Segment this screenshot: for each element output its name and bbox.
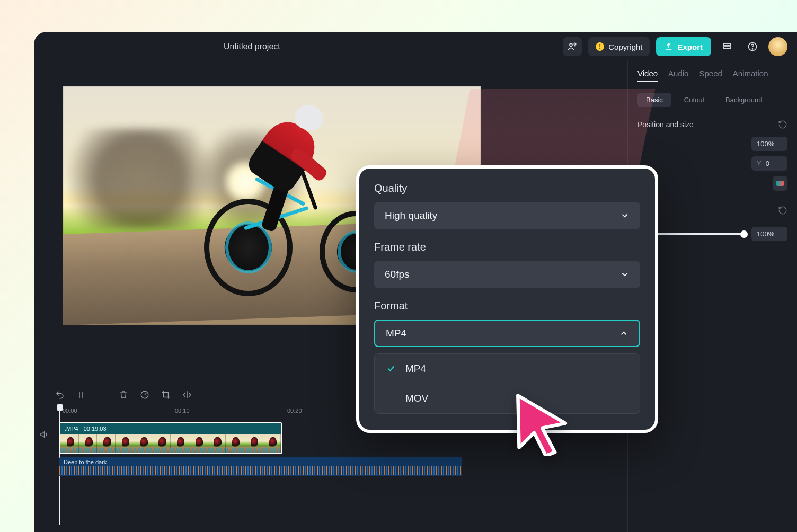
app-window: Untitled project ! Copyright Export xyxy=(34,32,797,532)
share-button[interactable] xyxy=(563,37,582,56)
subtab-background[interactable]: Background xyxy=(717,93,771,107)
panel-tabs: Video Audio Speed Animation xyxy=(628,61,797,87)
upload-icon xyxy=(665,42,673,51)
format-option-mp4[interactable]: MP4 xyxy=(375,354,640,384)
audio-clip[interactable]: Deep to the dark xyxy=(59,457,462,476)
tab-video[interactable]: Video xyxy=(637,69,658,82)
ruler-tick: 00:00 xyxy=(63,407,77,414)
audio-title: Deep to the dark xyxy=(64,459,107,465)
mute-track-icon[interactable] xyxy=(39,430,49,441)
layers-button[interactable] xyxy=(718,37,737,56)
project-title: Untitled project xyxy=(224,42,280,51)
help-button[interactable] xyxy=(743,37,762,56)
copyright-label: Copyright xyxy=(608,42,642,51)
subtab-basic[interactable]: Basic xyxy=(637,93,671,107)
chevron-down-icon xyxy=(620,211,630,220)
position-section-label: Position and size xyxy=(637,120,694,129)
clip-duration: 00:19:03 xyxy=(84,425,107,432)
framerate-label: Frame rate xyxy=(374,241,640,253)
video-clip[interactable]: .MP4 00:19:03 xyxy=(59,422,282,454)
subtab-cutout[interactable]: Cutout xyxy=(676,93,713,107)
format-dropdown: MP4 MOV xyxy=(374,353,640,414)
framerate-select[interactable]: 60fps xyxy=(374,261,640,288)
format-label: Format xyxy=(374,300,640,312)
svg-point-1 xyxy=(574,43,576,45)
tab-speed[interactable]: Speed xyxy=(699,69,722,82)
svg-point-5 xyxy=(752,49,752,49)
reset-icon[interactable] xyxy=(778,120,787,129)
svg-point-0 xyxy=(570,43,572,46)
crop-icon[interactable] xyxy=(161,390,171,400)
warning-icon: ! xyxy=(596,42,604,51)
scale-value[interactable]: 100% xyxy=(751,137,787,151)
format-option-mov[interactable]: MOV xyxy=(375,384,640,413)
color-picker[interactable] xyxy=(773,176,787,191)
reset-icon[interactable] xyxy=(778,206,787,215)
speed-icon[interactable] xyxy=(140,390,149,400)
copyright-button[interactable]: ! Copyright xyxy=(588,37,650,56)
opacity-value[interactable]: 100% xyxy=(751,227,787,241)
ruler-tick: 00:10 xyxy=(175,407,190,414)
undo-icon[interactable] xyxy=(55,390,65,400)
svg-rect-2 xyxy=(723,43,730,45)
y-value[interactable]: Y0 xyxy=(751,156,787,171)
tab-audio[interactable]: Audio xyxy=(668,69,688,82)
topbar: Untitled project ! Copyright Export xyxy=(34,32,797,61)
chevron-down-icon xyxy=(620,270,630,279)
quality-label: Quality xyxy=(374,182,640,194)
check-icon xyxy=(386,364,396,374)
clip-format: .MP4 xyxy=(65,425,78,432)
export-label: Export xyxy=(677,42,703,51)
avatar[interactable] xyxy=(768,37,787,56)
split-icon[interactable] xyxy=(76,390,86,400)
chevron-up-icon xyxy=(619,329,628,338)
delete-icon[interactable] xyxy=(119,390,128,400)
format-select[interactable]: MP4 xyxy=(374,320,640,347)
mirror-icon[interactable] xyxy=(182,390,192,400)
svg-rect-3 xyxy=(723,47,730,48)
export-button[interactable]: Export xyxy=(656,37,711,56)
tab-animation[interactable]: Animation xyxy=(733,69,768,82)
export-settings-modal: Quality High quality Frame rate 60fps Fo… xyxy=(356,165,658,433)
ruler-tick: 00:20 xyxy=(287,407,302,414)
quality-select[interactable]: High quality xyxy=(374,202,640,229)
